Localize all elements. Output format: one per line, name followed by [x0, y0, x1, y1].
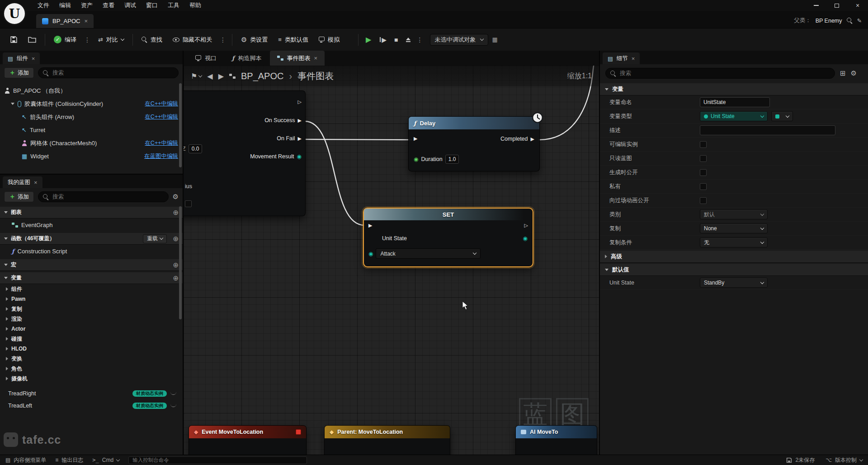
- replication-dropdown[interactable]: None: [700, 223, 768, 233]
- section-advanced[interactable]: 高级: [600, 251, 868, 263]
- tab-components[interactable]: ▤ 组件 ×: [3, 52, 40, 64]
- blueprint-edit-link[interactable]: 在蓝图中编辑: [144, 152, 178, 160]
- tree-row-mesh[interactable]: 网格体 (CharacterMesh0) 在C++中编辑: [0, 137, 183, 150]
- hide-unrelated-button[interactable]: 隐藏不相关: [168, 32, 217, 47]
- tab-construction-script[interactable]: ƒ 构造脚本: [225, 51, 269, 66]
- default-value-dropdown[interactable]: StandBy: [700, 278, 768, 288]
- compile-button[interactable]: ✓ 编译: [49, 32, 81, 47]
- diff-button[interactable]: ⇄ 对比: [94, 32, 128, 47]
- play-button[interactable]: ▶: [363, 32, 374, 47]
- browse-asset-button[interactable]: [24, 32, 41, 47]
- tree-row-self[interactable]: BP_APOC （自我）: [0, 84, 183, 97]
- nav-back-button[interactable]: ◀: [207, 72, 212, 81]
- details-search[interactable]: [605, 68, 835, 79]
- filter-settings-icon[interactable]: ⚙: [173, 193, 179, 201]
- my-blueprint-search-input[interactable]: [52, 194, 164, 200]
- version-control-button[interactable]: ⌥ 版本控制: [826, 456, 863, 464]
- variable-category[interactable]: 渲染: [0, 314, 183, 324]
- nav-forward-button[interactable]: ▶: [218, 72, 224, 81]
- node-event-movetolocation[interactable]: ◆ Event MoveToLocation: [189, 425, 307, 455]
- variable-row-treadright[interactable]: TreadRight 材质动态实例: [0, 387, 183, 399]
- tree-row-turret[interactable]: ↖ Turret: [0, 123, 183, 137]
- list-item-eventgraph[interactable]: EventGraph: [0, 218, 183, 232]
- frame-skip-button[interactable]: ▶: [376, 32, 390, 47]
- instance-editable-checkbox[interactable]: [700, 141, 707, 148]
- variable-row-treadleft[interactable]: TreadLeft 材质动态实例: [0, 399, 183, 412]
- node-move-to-location-partial[interactable]: ▷ On Success ▶ On Fail ▶ Movement Result…: [184, 90, 306, 216]
- variable-type-dropdown[interactable]: Unit State: [700, 111, 768, 121]
- menu-item-edit[interactable]: 编辑: [54, 0, 76, 11]
- variable-category[interactable]: Actor: [0, 324, 183, 334]
- tab-close-icon[interactable]: ×: [84, 18, 88, 24]
- z-value-field[interactable]: 0.0: [189, 144, 203, 153]
- compile-options-icon[interactable]: ⋮: [82, 36, 92, 43]
- asset-tab-bp-apoc[interactable]: BP_APOC ×: [36, 14, 94, 28]
- my-blueprint-search[interactable]: [38, 191, 169, 202]
- node-set-unit-state[interactable]: SET ▶ ▷ Unit State ◉ ◉ Attack: [363, 208, 533, 267]
- edit-parent-icon[interactable]: ✎: [857, 17, 862, 24]
- duration-value-field[interactable]: 1.0: [445, 155, 459, 164]
- cpp-edit-link[interactable]: 在C++中编辑: [145, 139, 178, 147]
- components-scrollbar[interactable]: [179, 83, 182, 167]
- tree-row-arrow[interactable]: ↖ 箭头组件 (Arrow) 在C++中编辑: [0, 110, 183, 123]
- close-icon[interactable]: ×: [32, 55, 35, 62]
- value-out-pin[interactable]: ◉: [523, 235, 528, 242]
- cpp-edit-link[interactable]: 在C++中编辑: [145, 113, 178, 121]
- enum-value-dropdown[interactable]: Attack: [376, 248, 481, 259]
- exec-in-pin[interactable]: ▶: [368, 223, 372, 228]
- debug-object-dropdown[interactable]: 未选中调试对象: [430, 34, 488, 46]
- variable-category[interactable]: 变换: [0, 354, 183, 364]
- unreal-logo[interactable]: U: [3, 2, 26, 25]
- graphs-section-header[interactable]: 图表 ⊕: [0, 207, 183, 218]
- node-parent-movetolocation[interactable]: ◆ Parent: MoveToLocation: [324, 425, 450, 455]
- class-defaults-button[interactable]: ≡ 类默认值: [274, 32, 313, 47]
- menu-item-window[interactable]: 窗口: [141, 0, 163, 11]
- node-delay[interactable]: ƒ Delay ▶ Completed ▶ ◉ Duration 1.0: [408, 116, 540, 171]
- expander-icon[interactable]: [11, 103, 14, 105]
- value-in-pin[interactable]: ◉: [368, 251, 373, 257]
- completed-pin[interactable]: ▶: [531, 136, 534, 142]
- close-icon[interactable]: ×: [314, 55, 318, 62]
- bookmarks-dropdown[interactable]: ⚑: [191, 72, 202, 81]
- my-blueprint-scrollbar[interactable]: [179, 206, 182, 319]
- event-graph-canvas[interactable]: ⚑ ◀ ▶ BP_APOC › 事件图表 缩放1:1 ▷: [184, 66, 599, 455]
- visibility-eye-icon[interactable]: [170, 392, 176, 395]
- add-graph-icon[interactable]: ⊕: [173, 209, 179, 217]
- unsaved-assets-button[interactable]: 2未保存: [786, 456, 815, 464]
- class-settings-button[interactable]: ⚙ 类设置: [236, 32, 272, 47]
- breadcrumb-root[interactable]: BP_APOC: [241, 71, 283, 81]
- menu-item-view[interactable]: 查看: [98, 0, 119, 11]
- hide-unrelated-options-icon[interactable]: ⋮: [218, 36, 228, 43]
- variable-name-input[interactable]: [700, 97, 770, 107]
- parent-class-value[interactable]: BP Enemy: [816, 18, 842, 24]
- close-icon[interactable]: ×: [34, 179, 38, 186]
- find-button[interactable]: 查找: [137, 32, 167, 47]
- expose-on-spawn-checkbox[interactable]: [700, 169, 707, 176]
- cpp-edit-link[interactable]: 在C++中编辑: [145, 100, 178, 108]
- menu-item-help[interactable]: 帮助: [184, 0, 206, 11]
- use-pathfinding-checkbox[interactable]: [185, 200, 192, 207]
- components-search-input[interactable]: [52, 70, 174, 76]
- macros-section-header[interactable]: 宏 ⊕: [0, 259, 183, 271]
- close-button[interactable]: ×: [847, 0, 868, 11]
- tab-viewport[interactable]: 视口: [188, 51, 224, 66]
- save-button[interactable]: [5, 32, 22, 47]
- eject-button[interactable]: [403, 32, 414, 47]
- menu-item-tools[interactable]: 工具: [163, 0, 184, 11]
- components-search[interactable]: [38, 67, 179, 78]
- exec-out-pin[interactable]: ▷: [524, 223, 528, 228]
- add-macro-icon[interactable]: ⊕: [173, 261, 179, 269]
- node-ai-moveto[interactable]: AI MoveTo: [515, 425, 597, 455]
- settings-gear-icon[interactable]: ⚙: [851, 69, 857, 77]
- variable-category[interactable]: 摄像机: [0, 374, 183, 384]
- variable-category[interactable]: 碰撞: [0, 334, 183, 344]
- list-item-construction-script[interactable]: ƒ Construction Script: [0, 245, 183, 258]
- menu-item-debug[interactable]: 调试: [119, 0, 141, 11]
- content-drawer-button[interactable]: ▤ 内容侧滑菜单: [5, 456, 46, 464]
- replication-condition-dropdown[interactable]: 无: [700, 237, 768, 247]
- variable-category[interactable]: 组件: [0, 284, 183, 294]
- menu-item-file[interactable]: 文件: [33, 0, 54, 11]
- variables-section-header[interactable]: 变量 ⊕: [0, 272, 183, 284]
- expose-to-cinematics-checkbox[interactable]: [700, 197, 707, 204]
- variable-category[interactable]: Pawn: [0, 294, 183, 304]
